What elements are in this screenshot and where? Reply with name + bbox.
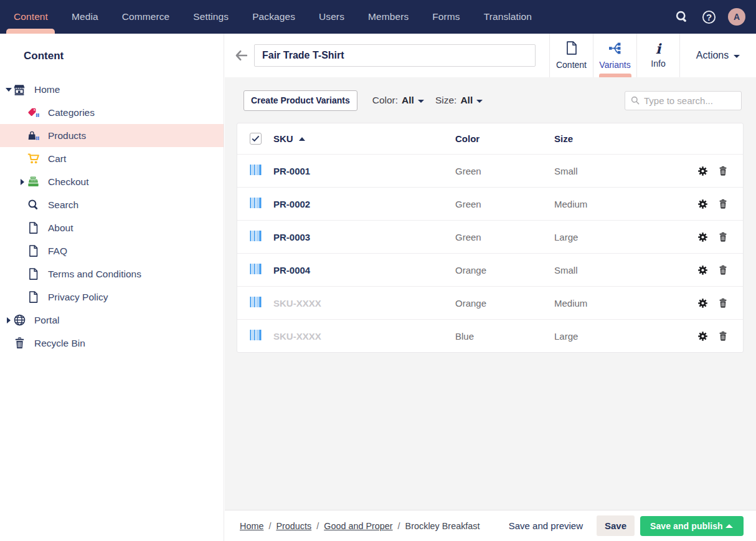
barcode-cell xyxy=(237,264,273,277)
expand-caret-icon[interactable] xyxy=(17,179,27,185)
nav-item-forms[interactable]: Forms xyxy=(420,0,471,34)
breadcrumb-link-products[interactable]: Products xyxy=(276,521,311,531)
row-delete-trash-icon[interactable] xyxy=(718,166,728,176)
tree-item-about[interactable]: About xyxy=(0,216,224,239)
chevron-down-icon xyxy=(734,55,740,58)
tab-info[interactable]: i Info xyxy=(636,34,680,77)
table-row[interactable]: SKU-XXXX Orange Medium xyxy=(237,286,743,319)
column-header-sku[interactable]: SKU xyxy=(273,133,293,144)
nav-item-users[interactable]: Users xyxy=(307,0,356,34)
save-button[interactable]: Save xyxy=(597,515,635,536)
global-search-icon[interactable] xyxy=(674,9,689,24)
tree-item-checkout[interactable]: Checkout xyxy=(0,170,224,193)
help-icon[interactable]: ? xyxy=(701,9,716,24)
nav-item-commerce-label: Commerce xyxy=(122,11,170,22)
actions-dropdown[interactable]: Actions xyxy=(680,50,756,61)
column-header-color[interactable]: Color xyxy=(455,133,554,144)
table-row[interactable]: PR-0004 Orange Small xyxy=(237,253,743,286)
tags-icon xyxy=(27,107,39,118)
table-row[interactable]: PR-0002 Green Medium xyxy=(237,187,743,220)
nav-item-content-label: Content xyxy=(14,11,48,22)
barcode-icon xyxy=(250,198,262,211)
variants-tree-icon xyxy=(608,42,621,57)
color-value: Blue xyxy=(455,331,554,342)
color-filter-dropdown[interactable]: Color: All xyxy=(372,95,424,106)
nav-item-content[interactable]: Content xyxy=(2,0,60,34)
tab-label: Variants xyxy=(599,60,630,70)
row-delete-trash-icon[interactable] xyxy=(718,298,728,308)
tab-content[interactable]: Content xyxy=(549,34,593,77)
select-all-checkbox[interactable] xyxy=(250,133,262,145)
nav-item-packages[interactable]: Packages xyxy=(240,0,307,34)
avatar-letter: A xyxy=(734,12,740,22)
tree-item-label: Search xyxy=(48,199,78,211)
tree-item-label: Privacy Policy xyxy=(48,292,108,303)
save-and-publish-button[interactable]: Save and publish xyxy=(640,516,744,536)
tree-item-search[interactable]: Search xyxy=(0,193,224,216)
document-icon xyxy=(27,291,39,303)
save-and-preview-button[interactable]: Save and preview xyxy=(509,520,583,531)
column-header-size[interactable]: Size xyxy=(554,133,673,144)
tree-item-label: Cart xyxy=(48,153,66,165)
breadcrumb-link-good-and-proper[interactable]: Good and Proper xyxy=(324,521,392,531)
size-filter-dropdown[interactable]: Size: All xyxy=(435,95,483,106)
row-settings-gear-icon[interactable] xyxy=(697,232,707,242)
sku-cell: PR-0002 xyxy=(273,199,455,209)
top-navigation: Content Media Commerce Settings Packages… xyxy=(0,0,756,34)
row-settings-gear-icon[interactable] xyxy=(697,265,707,275)
topnav-right-group: ? A xyxy=(674,8,756,26)
color-value: Orange xyxy=(455,265,554,275)
row-settings-gear-icon[interactable] xyxy=(697,331,707,341)
sku-value: PR-0004 xyxy=(273,265,310,275)
store-icon xyxy=(14,84,26,95)
table-row[interactable]: PR-0001 Green Small xyxy=(237,154,743,187)
tree-item-faq[interactable]: FAQ xyxy=(0,239,224,262)
tree-item-categories[interactable]: Categories xyxy=(0,101,224,124)
tree-item-cart[interactable]: Cart xyxy=(0,147,224,170)
filter-value: All xyxy=(402,95,414,106)
tree-item-recycle-bin[interactable]: Recycle Bin xyxy=(0,332,224,355)
tree-item-home[interactable]: Home xyxy=(0,78,224,101)
trash-icon xyxy=(14,337,26,349)
sku-value: SKU-XXXX xyxy=(273,331,321,342)
nav-item-commerce[interactable]: Commerce xyxy=(110,0,182,34)
row-delete-trash-icon[interactable] xyxy=(718,265,728,275)
barcode-cell xyxy=(237,231,273,244)
row-delete-trash-icon[interactable] xyxy=(718,199,728,209)
tree-item-label: Products xyxy=(48,130,86,141)
nav-item-translation[interactable]: Translation xyxy=(472,0,544,34)
chevron-down-icon xyxy=(418,100,424,103)
breadcrumb-link-home[interactable]: Home xyxy=(240,521,263,531)
size-value: Medium xyxy=(554,199,673,209)
filter-value: All xyxy=(460,95,473,106)
row-settings-gear-icon[interactable] xyxy=(697,199,707,209)
row-delete-trash-icon[interactable] xyxy=(718,232,728,242)
back-arrow-icon[interactable] xyxy=(233,50,249,60)
tab-variants[interactable]: Variants xyxy=(593,34,636,77)
tree-item-products[interactable]: Products xyxy=(0,124,224,147)
expand-caret-icon[interactable] xyxy=(4,88,14,92)
table-row[interactable]: SKU-XXXX Blue Large xyxy=(237,319,743,352)
expand-caret-icon[interactable] xyxy=(4,317,14,323)
nav-item-media-label: Media xyxy=(72,11,98,22)
row-settings-gear-icon[interactable] xyxy=(697,166,707,176)
user-avatar[interactable]: A xyxy=(728,8,745,26)
nav-item-members[interactable]: Members xyxy=(356,0,420,34)
document-title-input[interactable] xyxy=(254,44,536,67)
table-row[interactable]: PR-0003 Green Large xyxy=(237,220,743,253)
tree-item-label: Terms and Conditions xyxy=(48,269,141,280)
sku-cell: PR-0001 xyxy=(273,166,455,176)
row-settings-gear-icon[interactable] xyxy=(697,298,707,308)
create-product-variants-button[interactable]: Create Product Variants xyxy=(243,90,357,111)
sku-value: SKU-XXXX xyxy=(273,298,321,309)
tree-item-terms[interactable]: Terms and Conditions xyxy=(0,262,224,285)
row-delete-trash-icon[interactable] xyxy=(718,331,728,341)
tree-item-privacy[interactable]: Privacy Policy xyxy=(0,285,224,309)
tree-item-portal[interactable]: Portal xyxy=(0,309,224,332)
nav-item-settings[interactable]: Settings xyxy=(181,0,240,34)
footer-actions: Save and preview Save Save and publish xyxy=(509,515,744,536)
chevron-down-icon xyxy=(476,100,483,103)
sku-value: PR-0002 xyxy=(273,199,310,209)
variants-search-input[interactable] xyxy=(644,95,735,106)
nav-item-media[interactable]: Media xyxy=(60,0,110,34)
